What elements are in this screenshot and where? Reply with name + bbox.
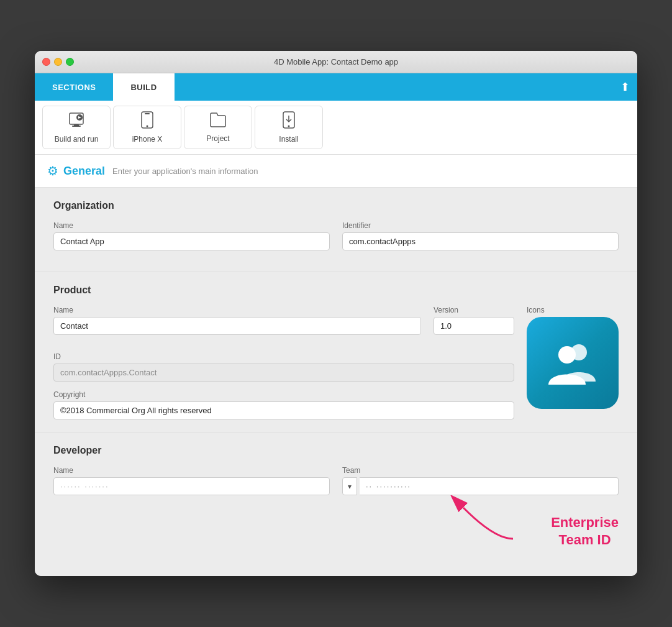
tab-build-label: BUILD — [130, 83, 157, 92]
developer-team-label: Team — [342, 466, 619, 475]
product-copyright-group: Copyright — [53, 390, 514, 419]
iphone-x-icon — [140, 111, 154, 131]
tab-sections-label: SECTIONS — [52, 83, 96, 92]
product-copyright-label: Copyright — [53, 390, 514, 399]
toolbar: Build and run iPhone X Project — [35, 101, 637, 155]
org-name-label: Name — [53, 221, 330, 230]
org-identifier-input[interactable] — [342, 232, 619, 250]
app-icon-svg — [545, 335, 601, 391]
product-version-group: Version — [434, 306, 514, 335]
install-icon — [282, 111, 296, 131]
icons-label: Icons — [527, 306, 619, 314]
developer-name-input[interactable] — [53, 477, 330, 495]
toolbar-install-label: Install — [279, 135, 298, 144]
team-input-row: ▾ — [342, 477, 619, 495]
organization-title: Organization — [53, 200, 619, 211]
product-version-label: Version — [434, 306, 514, 314]
tab-right-area: ⬆ — [620, 73, 637, 101]
product-name-label: Name — [53, 306, 421, 314]
toolbar-project-label: Project — [206, 134, 229, 143]
build-and-run-icon — [68, 111, 85, 131]
section-title: General — [63, 165, 105, 178]
developer-row: Name Team ▾ — [53, 466, 619, 495]
product-title: Product — [53, 285, 619, 296]
gear-icon: ⚙ — [47, 163, 58, 178]
svg-rect-2 — [72, 126, 81, 127]
organization-section: Organization Name Identifier — [35, 188, 637, 272]
organization-form-row: Name Identifier — [53, 221, 619, 250]
svg-point-6 — [147, 126, 148, 127]
window-title: 4D Mobile App: Contact Demo app — [274, 57, 398, 66]
title-bar: 4D Mobile App: Contact Demo app — [35, 51, 637, 73]
developer-section: Developer Name Team ▾ — [35, 432, 637, 508]
product-right: Icons — [527, 306, 619, 409]
project-icon — [209, 112, 227, 130]
product-name-group: Name — [53, 306, 421, 335]
section-subtitle: Enter your application's main informatio… — [112, 167, 258, 176]
maximize-button[interactable] — [66, 58, 74, 66]
svg-rect-7 — [145, 113, 150, 114]
product-section: Product Name Version ID — [35, 272, 637, 432]
org-name-group: Name — [53, 221, 330, 250]
toolbar-iphone-x[interactable]: iPhone X — [113, 106, 181, 149]
tab-build[interactable]: BUILD — [113, 73, 174, 101]
org-identifier-group: Identifier — [342, 221, 619, 250]
svg-point-9 — [288, 126, 290, 127]
product-row: Name Version ID Copyright — [53, 306, 619, 419]
traffic-lights — [42, 58, 74, 66]
team-dropdown-button[interactable]: ▾ — [342, 477, 357, 495]
annotation-area: EnterpriseTeam ID — [35, 508, 637, 564]
chevron-down-icon: ▾ — [348, 482, 352, 491]
org-identifier-label: Identifier — [342, 221, 619, 230]
annotation-arrow-svg — [445, 495, 519, 545]
enterprise-team-id-label: EnterpriseTeam ID — [551, 514, 619, 548]
content-area: Organization Name Identifier Product — [35, 188, 637, 576]
product-name-version-row: Name Version — [53, 306, 514, 335]
toolbar-build-and-run[interactable]: Build and run — [42, 106, 111, 149]
product-id-label: ID — [53, 352, 514, 361]
product-name-input[interactable] — [53, 317, 421, 335]
team-id-input[interactable] — [360, 477, 619, 495]
toolbar-build-and-run-label: Build and run — [55, 135, 99, 144]
enterprise-label: EnterpriseTeam ID — [551, 515, 619, 547]
developer-name-label: Name — [53, 466, 330, 475]
product-version-input[interactable] — [434, 317, 514, 335]
toolbar-project[interactable]: Project — [184, 106, 252, 149]
app-icon-preview[interactable] — [527, 317, 619, 409]
toolbar-iphone-x-label: iPhone X — [132, 135, 163, 144]
svg-point-12 — [558, 346, 576, 364]
tab-sections[interactable]: SECTIONS — [35, 73, 113, 101]
main-window: 4D Mobile App: Contact Demo app SECTIONS… — [35, 51, 637, 576]
product-id-group: ID — [53, 352, 514, 382]
close-button[interactable] — [42, 58, 50, 66]
minimize-button[interactable] — [54, 58, 62, 66]
product-left: Name Version ID Copyright — [53, 306, 514, 419]
toolbar-install[interactable]: Install — [255, 106, 323, 149]
developer-team-group: Team ▾ — [342, 466, 619, 495]
section-header: ⚙ General Enter your application's main … — [35, 155, 637, 188]
developer-name-group: Name — [53, 466, 330, 495]
tabs-bar: SECTIONS BUILD ⬆ — [35, 73, 637, 101]
developer-title: Developer — [53, 445, 619, 456]
product-id-input — [53, 364, 514, 382]
product-copyright-input[interactable] — [53, 401, 514, 419]
upload-button[interactable]: ⬆ — [620, 80, 630, 94]
org-name-input[interactable] — [53, 232, 330, 250]
